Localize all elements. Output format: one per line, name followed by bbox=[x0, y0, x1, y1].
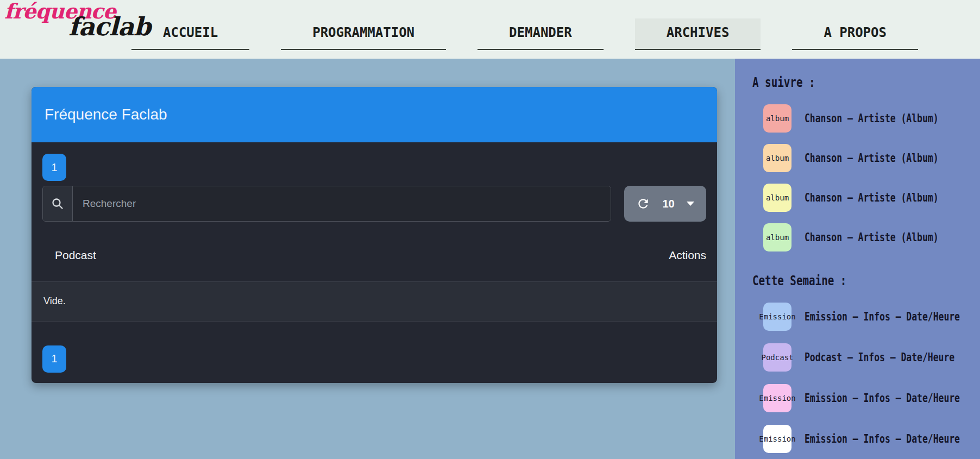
album-thumbnail: album bbox=[763, 223, 791, 251]
cette-semaine-item[interactable]: Emission Emission – Infos – Date/Heure bbox=[752, 303, 980, 331]
nav-item-demander[interactable]: DEMANDER bbox=[478, 18, 604, 50]
track-label: Chanson – Artiste (Album) bbox=[805, 231, 939, 244]
podcast-thumbnail: Podcast bbox=[763, 343, 791, 372]
album-thumbnail: album bbox=[763, 184, 791, 212]
search-bar bbox=[42, 186, 611, 222]
track-label: Chanson – Artiste (Album) bbox=[805, 191, 939, 204]
page-title: Fréquence Faclab bbox=[45, 106, 167, 123]
table-header-row: Podcast Actions bbox=[32, 229, 717, 281]
search-icon bbox=[51, 197, 64, 210]
podcast-table-wrap: Podcast Actions Vide. bbox=[32, 229, 717, 322]
main-nav: ACCUEIL PROGRAMMATION DEMANDER ARCHIVES … bbox=[131, 18, 918, 51]
album-thumbnail: album bbox=[763, 144, 791, 172]
nav-item-a-propos[interactable]: A PROPOS bbox=[792, 18, 918, 50]
site-logo[interactable]: fréquence faclab bbox=[4, 1, 150, 39]
a-suivre-item[interactable]: album Chanson – Artiste (Album) bbox=[752, 184, 980, 212]
a-suivre-item[interactable]: album Chanson – Artiste (Album) bbox=[752, 104, 980, 133]
podcast-table: Podcast Actions Vide. bbox=[32, 229, 717, 322]
emission-label: Emission – Infos – Date/Heure bbox=[805, 310, 960, 323]
refresh-icon bbox=[636, 197, 650, 211]
table-empty-text: Vide. bbox=[32, 281, 717, 321]
emission-thumbnail: Emission bbox=[763, 384, 791, 412]
right-sidebar: A suivre : album Chanson – Artiste (Albu… bbox=[735, 59, 980, 459]
a-suivre-item[interactable]: album Chanson – Artiste (Album) bbox=[752, 223, 980, 251]
emission-thumbnail: Emission bbox=[763, 425, 791, 453]
track-label: Chanson – Artiste (Album) bbox=[805, 112, 939, 125]
nav-item-accueil[interactable]: ACCUEIL bbox=[131, 18, 249, 50]
cette-semaine-list: Emission Emission – Infos – Date/Heure P… bbox=[752, 303, 980, 453]
podcast-label: Podcast – Infos – Date/Heure bbox=[805, 351, 954, 364]
column-header-podcast: Podcast bbox=[32, 229, 424, 281]
a-suivre-heading: A suivre : bbox=[752, 73, 934, 92]
cette-semaine-item[interactable]: Emission Emission – Infos – Date/Heure bbox=[752, 425, 980, 453]
chevron-down-icon bbox=[687, 202, 694, 206]
emission-label: Emission – Infos – Date/Heure bbox=[805, 392, 960, 405]
track-label: Chanson – Artiste (Album) bbox=[805, 152, 939, 165]
emission-label: Emission – Infos – Date/Heure bbox=[805, 432, 960, 445]
a-suivre-list: album Chanson – Artiste (Album) album Ch… bbox=[752, 104, 980, 251]
archives-card: Fréquence Faclab 1 bbox=[32, 87, 717, 383]
album-thumbnail: album bbox=[763, 104, 791, 133]
pagination-page-1-bottom[interactable]: 1 bbox=[42, 345, 66, 373]
search-icon-cell bbox=[43, 186, 73, 221]
archives-card-header: Fréquence Faclab bbox=[32, 87, 717, 142]
nav-item-programmation[interactable]: PROGRAMMATION bbox=[281, 18, 446, 50]
search-row: 10 bbox=[42, 186, 706, 222]
cette-semaine-heading: Cette Semaine : bbox=[752, 271, 934, 291]
page-size-value: 10 bbox=[662, 198, 674, 210]
cette-semaine-item[interactable]: Emission Emission – Infos – Date/Heure bbox=[752, 384, 980, 412]
main-content: Fréquence Faclab 1 bbox=[0, 59, 735, 459]
column-header-actions: Actions bbox=[424, 229, 717, 281]
pagination-page-1-top[interactable]: 1 bbox=[42, 154, 66, 181]
table-empty-row: Vide. bbox=[32, 281, 717, 321]
refresh-page-size-control[interactable]: 10 bbox=[624, 186, 706, 222]
archives-card-body: 1 10 bbox=[32, 154, 717, 373]
emission-thumbnail: Emission bbox=[763, 303, 791, 331]
top-header: fréquence faclab ACCUEIL PROGRAMMATION D… bbox=[0, 0, 980, 59]
cette-semaine-item[interactable]: Podcast Podcast – Infos – Date/Heure bbox=[752, 343, 980, 372]
search-input[interactable] bbox=[73, 186, 611, 221]
a-suivre-item[interactable]: album Chanson – Artiste (Album) bbox=[752, 144, 980, 172]
nav-item-archives[interactable]: ARCHIVES bbox=[635, 18, 761, 50]
